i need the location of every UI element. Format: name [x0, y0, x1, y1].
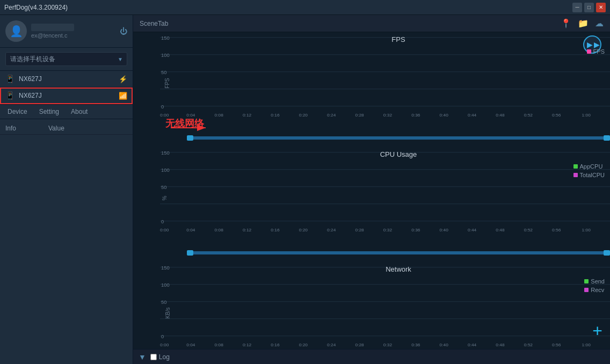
device-name-2: NX627J: [19, 92, 114, 99]
user-info: ex@tencent.c: [31, 24, 113, 39]
fps-scrollbar[interactable]: [187, 134, 610, 142]
svg-text:0: 0: [161, 104, 164, 110]
svg-text:0:24: 0:24: [327, 113, 336, 118]
fps-chart-legend: FPS: [587, 48, 605, 55]
bottom-bar: ▼ Log: [133, 349, 610, 364]
svg-text:0:52: 0:52: [524, 113, 533, 118]
svg-text:0:24: 0:24: [327, 343, 336, 348]
svg-text:0:04: 0:04: [186, 343, 195, 348]
device-list: 📱 NX627J ⚡ 📱 NX627J 📶: [0, 71, 133, 105]
svg-text:0:12: 0:12: [243, 343, 252, 348]
svg-text:0:16: 0:16: [271, 228, 280, 233]
svg-text:0:40: 0:40: [440, 343, 449, 348]
recv-label: Recv: [591, 287, 604, 293]
svg-text:0:04: 0:04: [186, 113, 195, 118]
menu-device[interactable]: Device: [5, 107, 30, 117]
fps-scrollbar-handle-right[interactable]: [604, 135, 610, 141]
totalcpu-label: TotalCPU: [580, 172, 605, 178]
user-area: 👤 ex@tencent.c ⏻: [0, 15, 133, 48]
log-checkbox-input[interactable]: [150, 354, 157, 360]
svg-text:50: 50: [161, 185, 166, 190]
svg-text:50: 50: [161, 300, 166, 305]
log-checkbox-label[interactable]: Log: [150, 353, 170, 361]
user-name: [31, 24, 74, 31]
network-y-label: KB/s: [165, 307, 171, 318]
svg-text:0:36: 0:36: [411, 113, 420, 118]
location-icon[interactable]: 📍: [561, 18, 571, 28]
svg-text:50: 50: [161, 70, 166, 75]
svg-text:0:52: 0:52: [524, 343, 533, 348]
svg-text:0:36: 0:36: [411, 343, 420, 348]
cpu-scrollbar-handle-left[interactable]: [187, 250, 193, 256]
menu-setting[interactable]: Setting: [37, 107, 61, 117]
app-title: PerfDog(v4.3.200924): [4, 4, 68, 11]
avatar: 👤: [5, 20, 27, 42]
recv-dot: [584, 288, 589, 292]
expand-icon[interactable]: ▼: [139, 353, 146, 361]
svg-text:0:56: 0:56: [552, 113, 561, 118]
svg-text:150: 150: [161, 150, 170, 156]
svg-text:150: 150: [161, 265, 170, 271]
svg-text:1:00: 1:00: [582, 228, 591, 233]
cpu-scrollbar-track: [187, 251, 610, 254]
device-item-2[interactable]: 📱 NX627J 📶: [0, 88, 133, 104]
folder-icon[interactable]: 📁: [578, 18, 589, 28]
fps-scrollbar-thumb[interactable]: [187, 136, 605, 140]
fps-scrollbar-track: [187, 136, 610, 140]
app-body: 👤 ex@tencent.c ⏻ 请选择手机设备 📱 NX627J ⚡: [0, 15, 610, 364]
fps-chart-svg: 150 100 50 0 0:00 0:04 0:08 0:12 0:16 0:…: [160, 32, 610, 121]
scene-tab[interactable]: SceneTab: [140, 20, 168, 27]
add-chart-button[interactable]: +: [592, 322, 602, 339]
info-col-info-label: Info: [5, 125, 48, 132]
svg-text:0:20: 0:20: [299, 228, 308, 233]
cpu-chart-wrapper: CPU Usage % 150 100 50 0 0:00 0:04: [160, 147, 610, 249]
cpu-chart-container: CPU Usage % 150 100 50 0 0:00 0:04: [133, 147, 610, 257]
device-select-wrap[interactable]: 请选择手机设备: [0, 48, 133, 71]
svg-text:0:28: 0:28: [355, 113, 364, 118]
device-phone-icon-2: 📱: [5, 91, 14, 100]
svg-text:0:16: 0:16: [271, 343, 280, 348]
svg-text:0:32: 0:32: [383, 113, 393, 118]
device-name-1: NX627J: [19, 75, 114, 83]
play-icon: ▶: [587, 40, 593, 49]
cpu-scrollbar-handle-right[interactable]: [604, 250, 610, 256]
charts-area: ▶ 无线网络 FPS FPS: [133, 32, 610, 349]
sidebar: 👤 ex@tencent.c ⏻ 请选择手机设备 📱 NX627J ⚡: [0, 15, 133, 364]
minimize-button[interactable]: ─: [572, 3, 582, 12]
info-col-value-label: Value: [48, 125, 127, 132]
cpu-scrollbar-thumb[interactable]: [187, 251, 605, 254]
svg-text:0:52: 0:52: [524, 228, 533, 233]
main-content: SceneTab 📍 📁 ☁ ▶: [133, 15, 610, 364]
network-chart-container: Network KB/s 150 100 50 0 0:00 0:04: [133, 262, 610, 349]
svg-text:100: 100: [161, 168, 170, 173]
svg-text:0:08: 0:08: [215, 113, 224, 118]
device-select-wrapper[interactable]: 请选择手机设备: [5, 52, 127, 66]
cpu-y-label: %: [162, 196, 168, 201]
close-button[interactable]: ✕: [596, 3, 606, 12]
power-icon[interactable]: ⏻: [120, 27, 127, 35]
svg-text:0:24: 0:24: [327, 228, 336, 233]
maximize-button[interactable]: □: [584, 3, 594, 12]
device-item-1[interactable]: 📱 NX627J ⚡: [0, 71, 133, 88]
network-chart-wrapper: Network KB/s 150 100 50 0 0:00 0:04: [160, 262, 610, 349]
avatar-icon: 👤: [10, 25, 23, 38]
svg-text:0:08: 0:08: [215, 343, 224, 348]
top-bar: SceneTab 📍 📁 ☁: [133, 15, 610, 32]
info-table-header: Info Value: [0, 122, 133, 135]
fps-chart-wrapper: FPS FPS 150 100 50 0: [160, 32, 610, 134]
appcpu-dot: [573, 164, 578, 169]
svg-text:0:44: 0:44: [468, 113, 477, 118]
cpu-chart-title: CPU Usage: [187, 147, 610, 159]
svg-text:0:48: 0:48: [496, 228, 505, 233]
svg-text:1:00: 1:00: [582, 343, 591, 348]
cloud-icon[interactable]: ☁: [595, 18, 604, 28]
fps-y-label: FPS: [164, 78, 170, 88]
svg-text:100: 100: [161, 53, 170, 58]
device-select[interactable]: 请选择手机设备: [5, 52, 127, 66]
cpu-scrollbar[interactable]: [187, 249, 610, 257]
fps-scrollbar-handle-left[interactable]: [187, 135, 193, 141]
svg-text:0:08: 0:08: [215, 228, 224, 233]
menu-about[interactable]: About: [69, 107, 90, 117]
svg-text:0: 0: [161, 334, 164, 339]
fps-dot: [587, 49, 591, 54]
